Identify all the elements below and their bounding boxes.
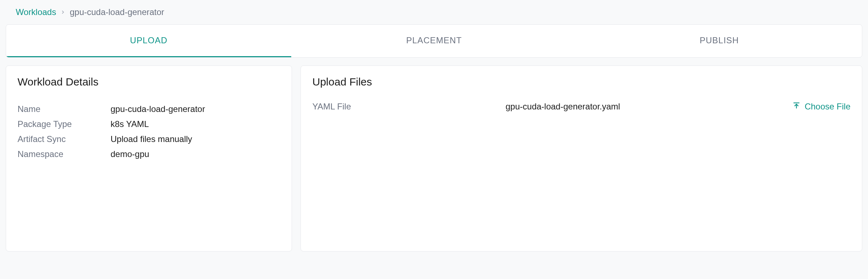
upload-file-label: YAML File [312, 102, 506, 112]
breadcrumb-root-link[interactable]: Workloads [16, 7, 56, 17]
detail-value-name: gpu-cuda-load-generator [111, 102, 205, 117]
tab-publish[interactable]: PUBLISH [577, 25, 862, 57]
detail-row-namespace: Namespace demo-gpu [18, 147, 280, 162]
workload-details-card: Workload Details Name gpu-cuda-load-gene… [6, 65, 292, 251]
detail-value-package-type: k8s YAML [111, 117, 149, 132]
choose-file-button[interactable]: Choose File [793, 102, 850, 112]
detail-label-package-type: Package Type [18, 117, 111, 132]
upload-icon [793, 102, 800, 112]
upload-files-title: Upload Files [312, 76, 850, 88]
detail-label-namespace: Namespace [18, 147, 111, 162]
detail-value-namespace: demo-gpu [111, 147, 149, 162]
breadcrumb: Workloads gpu-cuda-load-generator [16, 7, 862, 17]
upload-files-card: Upload Files YAML File gpu-cuda-load-gen… [301, 65, 862, 251]
cards-container: Workload Details Name gpu-cuda-load-gene… [6, 65, 862, 251]
detail-row-artifact-sync: Artifact Sync Upload files manually [18, 132, 280, 147]
tab-placement[interactable]: PLACEMENT [291, 25, 576, 57]
detail-label-name: Name [18, 102, 111, 117]
upload-row: YAML File gpu-cuda-load-generator.yaml C… [312, 102, 850, 112]
tabs-container: UPLOAD PLACEMENT PUBLISH [6, 24, 862, 58]
detail-value-artifact-sync: Upload files manually [111, 132, 192, 147]
detail-row-name: Name gpu-cuda-load-generator [18, 102, 280, 117]
tab-upload[interactable]: UPLOAD [6, 25, 291, 57]
detail-row-package-type: Package Type k8s YAML [18, 117, 280, 132]
upload-filename: gpu-cuda-load-generator.yaml [506, 102, 793, 112]
breadcrumb-current: gpu-cuda-load-generator [70, 7, 164, 17]
chevron-right-icon [60, 8, 65, 16]
detail-label-artifact-sync: Artifact Sync [18, 132, 111, 147]
workload-details-title: Workload Details [18, 76, 280, 88]
choose-file-label: Choose File [805, 102, 850, 112]
